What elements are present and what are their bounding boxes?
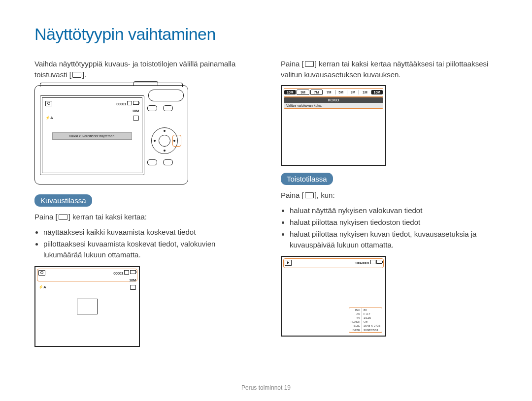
camera-lcd: ⚡A 00001 10M Kaikki kuvaustiedot näytetä… xyxy=(40,95,144,175)
right-bullets: haluat näyttää nykyisen valokuvan tiedot… xyxy=(281,205,498,250)
battery-icon xyxy=(376,260,382,264)
battery-icon xyxy=(133,101,139,105)
camera-lcd-inner: ⚡A 00001 10M Kaikki kuvaustiedot näytetä… xyxy=(42,97,142,173)
size-option: 10M xyxy=(371,90,383,94)
size-option: 9M xyxy=(297,90,309,95)
card-icon xyxy=(124,270,129,275)
camera-mode-icon xyxy=(38,270,45,276)
info-value: F 3.7 xyxy=(362,312,382,316)
info-label: FLASH xyxy=(349,320,362,324)
left-intro-text: Vaihda näyttötyyppiä kuvaus- ja toistoti… xyxy=(34,60,235,79)
info-value: Off xyxy=(362,320,382,324)
list-item: haluat piilottaa nykyisen kuvan tiedot, … xyxy=(290,229,498,250)
info-value: 3648 X 2736 xyxy=(362,324,382,328)
resolution-label: 10M xyxy=(132,109,139,113)
quality-icon xyxy=(133,116,139,122)
card-icon xyxy=(370,260,375,264)
page-title: Näyttötyypin vaihtaminen xyxy=(34,25,498,44)
size-option: 3M xyxy=(347,90,359,94)
display-button-icon xyxy=(305,61,314,67)
info-label: ISO xyxy=(349,308,362,312)
right-column: Paina [] kerran tai kaksi kertaa näyttää… xyxy=(281,59,498,347)
shooting-mode-badge: Kuvaustilassa xyxy=(34,194,92,207)
playback-screen-example: 100-0001 ISO80 AVF 3.7 TV1/125 FLASHOff … xyxy=(281,256,386,337)
size-description: KOKO Valitse valokuvan koko. xyxy=(284,97,383,109)
flash-icon: ⚡A xyxy=(45,116,53,120)
camera-diagram: ⚡A 00001 10M Kaikki kuvaustiedot näytetä… xyxy=(34,85,188,185)
lcd-overlay-message: Kaikki kuvaustiedot näytetään. xyxy=(52,132,132,140)
right-press: Paina [], kun: xyxy=(281,190,498,201)
size-option: 1M xyxy=(359,90,371,94)
size-desc-text: Valitse valokuvan koko. xyxy=(284,103,383,108)
shot-counter: 00001 xyxy=(113,270,136,276)
file-counter: 100-0001 xyxy=(355,260,382,265)
top-button-2 xyxy=(163,105,173,111)
list-item: haluat piilottaa nykyisen tiedoston tied… xyxy=(290,217,498,228)
bottom-button-1 xyxy=(147,159,157,165)
bottom-button-2 xyxy=(163,159,173,165)
playback-mode-icon xyxy=(285,260,292,266)
info-label: TV xyxy=(349,316,362,320)
left-bullets: näyttääksesi kaikki kuvaamista koskevat … xyxy=(34,227,251,260)
list-item: piilottaaksesi kuvaamista koskevat tiedo… xyxy=(43,239,251,260)
shot-counter: 00001 xyxy=(116,101,139,106)
flash-icon: ⚡A xyxy=(38,285,46,289)
size-option: 7M xyxy=(310,90,323,95)
photo-info-box: ISO80 AVF 3.7 TV1/125 FLASHOff SIZE3648 … xyxy=(349,308,382,333)
right-intro: Paina [] kerran tai kaksi kertaa näyttää… xyxy=(281,59,498,80)
left-column: Vaihda näyttötyyppiä kuvaus- ja toistoti… xyxy=(34,59,251,347)
top-button-1 xyxy=(147,105,157,111)
info-value: 80 xyxy=(362,308,382,312)
shooting-screen-example: ⚡A 00001 10M xyxy=(34,266,140,347)
dpad-right-highlight xyxy=(172,135,181,147)
page-footer: Perus toiminnot 19 xyxy=(0,384,532,391)
size-option: 7M xyxy=(323,90,335,94)
camera-top-edge xyxy=(40,83,183,87)
display-button-icon xyxy=(59,214,67,220)
info-value: 1/125 xyxy=(362,316,382,320)
list-item: haluat näyttää nykyisen valokuvan tiedot xyxy=(290,205,498,216)
left-press: Paina [] kerran tai kaksi kertaa: xyxy=(34,212,251,222)
size-setting-screen: 10M 9M 7M 7M 5M 3M 1M 10M KOKO Valitse v… xyxy=(281,85,386,166)
focus-frame xyxy=(77,299,98,314)
left-intro: Vaihda näyttötyyppiä kuvaus- ja toistoti… xyxy=(34,59,251,80)
list-item: näyttääksesi kaikki kuvaamista koskevat … xyxy=(43,227,251,238)
battery-icon xyxy=(130,270,136,274)
info-label: SIZE xyxy=(349,324,362,328)
size-desc-title: KOKO xyxy=(284,97,383,103)
camera-top-bump xyxy=(133,81,158,86)
resolution-label: 10M xyxy=(129,278,136,282)
size-option: 10M xyxy=(284,90,296,94)
display-button-icon xyxy=(305,192,314,198)
info-value: 2008/07/01 xyxy=(362,328,382,332)
left-intro-end: ]. xyxy=(82,70,86,79)
playback-mode-badge: Toistotilassa xyxy=(281,173,333,185)
quality-icon xyxy=(130,285,136,291)
size-option-bar: 10M 9M 7M 7M 5M 3M 1M 10M xyxy=(284,88,383,97)
card-icon xyxy=(127,101,132,105)
display-button-icon xyxy=(72,72,81,78)
mode-dial xyxy=(148,90,184,101)
camera-mode-icon xyxy=(45,101,52,106)
info-label: AV xyxy=(349,312,362,316)
size-option: 5M xyxy=(335,90,347,94)
info-label: DATE xyxy=(349,328,362,332)
